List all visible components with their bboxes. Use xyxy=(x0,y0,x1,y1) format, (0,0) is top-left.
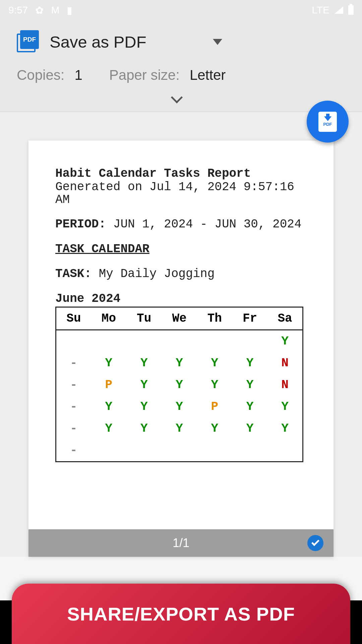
calendar-row: - xyxy=(56,439,303,462)
expand-options[interactable] xyxy=(17,92,339,105)
calendar-cell: Y xyxy=(197,352,232,374)
calendar-cell xyxy=(232,330,267,352)
calendar-cell xyxy=(232,439,267,462)
calendar-day-header: Su xyxy=(56,307,91,330)
calendar-cell: Y xyxy=(162,418,197,439)
status-right: LTE xyxy=(312,4,354,16)
calendar-cell: - xyxy=(56,418,91,439)
calendar-cell: N xyxy=(267,352,303,374)
status-time: 9:57 xyxy=(8,4,28,16)
calendar-cell xyxy=(267,439,303,462)
banner-label: SHARE/EXPORT AS PDF xyxy=(67,603,295,625)
calendar-table: SuMoTuWeThFrSa Y-YYYYYN-PYYYYN-YYYPYY-YY… xyxy=(55,307,303,462)
report-generated: Generated on Jul 14, 2024 9:57:16 AM xyxy=(55,181,307,206)
calendar-cell xyxy=(91,439,126,462)
calendar-cell xyxy=(197,330,232,352)
calendar-cell xyxy=(91,330,126,352)
calendar-cell xyxy=(126,439,162,462)
calendar-day-header: We xyxy=(162,307,197,330)
calendar-cell: Y xyxy=(162,374,197,396)
mail-icon: M xyxy=(51,4,59,16)
battery-icon xyxy=(348,5,354,15)
copies-label: Copies: xyxy=(17,67,64,83)
chevron-down-icon xyxy=(213,39,222,45)
calendar-cell: Y xyxy=(91,396,126,418)
calendar-day-header: Mo xyxy=(91,307,126,330)
calendar-cell: Y xyxy=(232,418,267,439)
calendar-cell xyxy=(126,330,162,352)
calendar-cell xyxy=(56,330,91,352)
calendar-cell: Y xyxy=(91,418,126,439)
lte-label: LTE xyxy=(312,4,329,16)
sd-icon: ▮ xyxy=(67,4,72,16)
task-label: TASK: xyxy=(55,267,92,281)
page-footer: 1/1 xyxy=(28,529,334,557)
calendar-cell xyxy=(162,330,197,352)
calendar-cell: - xyxy=(56,352,91,374)
calendar-day-header: Fr xyxy=(232,307,267,330)
page-indicator: 1/1 xyxy=(173,536,189,550)
paper-label: Paper size: xyxy=(109,67,180,83)
calendar-cell: Y xyxy=(126,396,162,418)
calendar-cell: Y xyxy=(232,374,267,396)
pdf-icon: PDF xyxy=(17,30,40,54)
save-pdf-fab[interactable]: PDF xyxy=(307,101,349,143)
task-value: My Daily Jogging xyxy=(99,267,215,281)
share-export-banner[interactable]: SHARE/EXPORT AS PDF xyxy=(12,584,350,644)
calendar-cell: Y xyxy=(232,352,267,374)
calendar-cell: Y xyxy=(197,418,232,439)
calendar-cell: Y xyxy=(126,352,162,374)
calendar-cell: Y xyxy=(197,374,232,396)
check-icon xyxy=(311,538,319,546)
calendar-cell: Y xyxy=(162,352,197,374)
calendar-cell xyxy=(162,439,197,462)
calendar-cell: Y xyxy=(232,396,267,418)
calendar-cell: Y xyxy=(126,418,162,439)
report-title: Habit Calendar Tasks Report xyxy=(55,167,307,180)
period-label: PERIOD: xyxy=(55,217,106,231)
calendar-cell: Y xyxy=(267,418,303,439)
month-title: June 2024 xyxy=(55,292,307,305)
chevron-down-icon xyxy=(171,92,184,105)
calendar-row: -PYYYYN xyxy=(56,374,303,396)
page-content: Habit Calendar Tasks Report Generated on… xyxy=(28,141,334,529)
calendar-cell xyxy=(197,439,232,462)
calendar-cell: Y xyxy=(267,396,303,418)
status-left: 9:57 ✿ M ▮ xyxy=(8,4,72,16)
calendar-row: -YYYYYY xyxy=(56,418,303,439)
paper-value[interactable]: Letter xyxy=(190,67,226,83)
calendar-row: -YYYYYN xyxy=(56,352,303,374)
calendar-cell: Y xyxy=(267,330,303,352)
calendar-day-header: Tu xyxy=(126,307,162,330)
calendar-cell: - xyxy=(56,439,91,462)
calendar-cell: P xyxy=(91,374,126,396)
printer-selector[interactable]: PDF Save as PDF xyxy=(17,30,339,54)
section-title: TASK CALENDAR xyxy=(55,243,307,256)
status-bar: 9:57 ✿ M ▮ LTE xyxy=(0,0,362,20)
copies-value[interactable]: 1 xyxy=(74,67,82,83)
calendar-cell: - xyxy=(56,374,91,396)
calendar-row: -YYYPYY xyxy=(56,396,303,418)
print-options: Copies: 1 Paper size: Letter xyxy=(17,67,339,83)
calendar-cell: Y xyxy=(91,352,126,374)
printer-label: Save as PDF xyxy=(50,33,146,51)
calendar-day-header: Sa xyxy=(267,307,303,330)
calendar-row: Y xyxy=(56,330,303,352)
settings-icon: ✿ xyxy=(35,4,44,16)
calendar-cell: Y xyxy=(126,374,162,396)
signal-icon xyxy=(335,6,343,14)
preview-area: Habit Calendar Tasks Report Generated on… xyxy=(0,112,362,557)
calendar-cell: Y xyxy=(162,396,197,418)
calendar-cell: N xyxy=(267,374,303,396)
print-header: PDF Save as PDF Copies: 1 Paper size: Le… xyxy=(0,20,362,112)
calendar-cell: P xyxy=(197,396,232,418)
calendar-cell: - xyxy=(56,396,91,418)
period-value: JUN 1, 2024 - JUN 30, 2024 xyxy=(113,217,302,231)
page-selected-check[interactable] xyxy=(307,535,323,551)
calendar-day-header: Th xyxy=(197,307,232,330)
download-pdf-icon: PDF xyxy=(318,112,337,132)
page-preview[interactable]: Habit Calendar Tasks Report Generated on… xyxy=(28,141,334,557)
